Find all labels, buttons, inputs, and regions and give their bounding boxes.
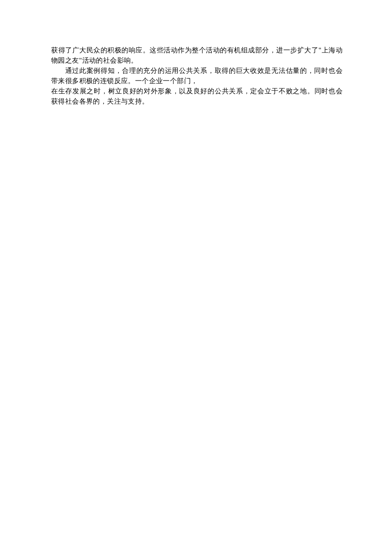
paragraph-3: 在生存发展之时，树立良好的对外形象，以及良好的公共关系，定会立于不败之地。同时也… [51, 86, 343, 107]
document-page: 获得了广大民众的积极的响应。这些活动作为整个活动的有机组成部分，进一步扩大了"上… [0, 0, 392, 555]
paragraph-2: 通过此案例得知，合理的充分的运用公共关系，取得的巨大收效是无法估量的，同时也会带… [51, 66, 343, 86]
paragraph-1: 获得了广大民众的积极的响应。这些活动作为整个活动的有机组成部分，进一步扩大了"上… [51, 45, 343, 66]
